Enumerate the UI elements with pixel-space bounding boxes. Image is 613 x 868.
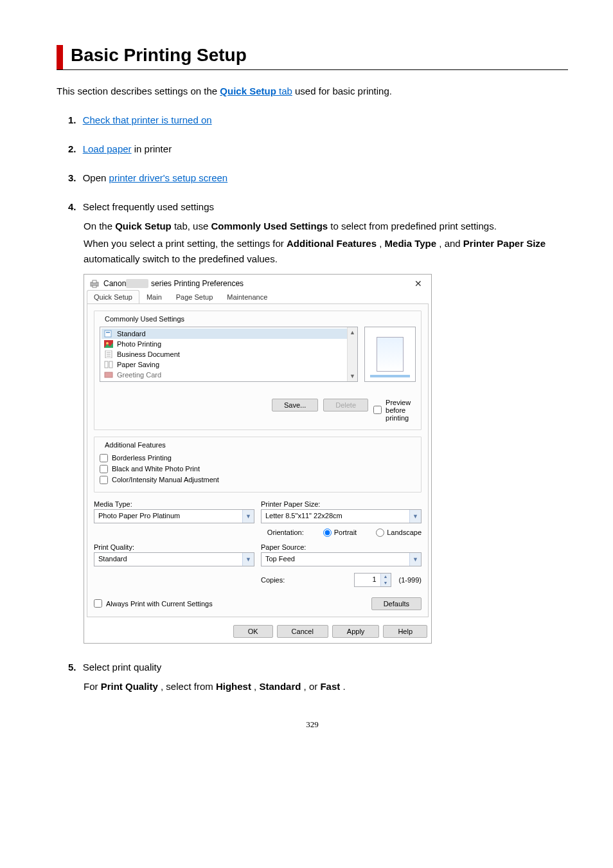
always-print-label: Always Print with Current Settings (106, 600, 213, 608)
chevron-down-icon[interactable]: ▼ (409, 553, 421, 566)
svg-rect-13 (105, 372, 112, 377)
preview-before-printing-checkbox[interactable] (373, 406, 382, 414)
paper-source-value: Top Feed (262, 553, 409, 566)
media-type-value: Photo Paper Pro Platinum (94, 510, 242, 523)
load-paper-link[interactable]: Load paper (83, 143, 132, 154)
landscape-label: Landscape (387, 529, 422, 536)
text-bold: Print Quality (101, 681, 158, 692)
step-4-body: On the Quick Setup tab, use Commonly Use… (68, 219, 568, 266)
chevron-down-icon[interactable]: ▼ (242, 553, 254, 566)
chevron-down-icon[interactable]: ▼ (409, 510, 421, 523)
save-button[interactable]: Save... (272, 399, 318, 411)
step-number: 5. (68, 662, 76, 673)
tab-page-setup[interactable]: Page Setup (169, 290, 220, 303)
svg-rect-4 (106, 332, 110, 333)
page-number: 329 (57, 719, 568, 730)
text-bold: Highest (216, 681, 251, 692)
text-bold: Printer Paper Size (463, 238, 546, 249)
delete-button[interactable]: Delete (323, 399, 368, 411)
paper-size-dropdown[interactable]: Letter 8.5"x11" 22x28cm ▼ (261, 509, 422, 523)
text: , (379, 238, 384, 249)
orientation-label: Orientation: (267, 529, 304, 536)
tab-main[interactable]: Main (139, 290, 169, 303)
borderless-printing-checkbox[interactable] (100, 454, 108, 462)
title-suffix: series Printing Preferences (151, 279, 244, 288)
checkbox-label: Borderless Printing (112, 454, 172, 462)
additional-features-legend: Additional Features (102, 441, 168, 449)
print-quality-dropdown[interactable]: Standard ▼ (94, 552, 254, 566)
color-intensity-checkbox[interactable] (100, 476, 108, 484)
text: , select from (161, 681, 216, 692)
list-item-label: Paper Saving (117, 361, 159, 368)
spinner-down-icon[interactable]: ▼ (381, 580, 391, 586)
printing-preferences-dialog: Canon .. series Printing Preferences ✕ Q… (84, 274, 432, 644)
checkbox-label: Black and White Photo Print (112, 465, 200, 473)
text-bold: Additional Features (287, 238, 377, 249)
text-bold: Media Type (385, 238, 437, 249)
quick-setup-tab-link[interactable]: Quick Setup tab (220, 86, 292, 96)
copies-spinner[interactable]: 1 ▲ ▼ (354, 573, 391, 587)
driver-setup-screen-link[interactable]: printer driver's setup screen (109, 172, 228, 183)
commonly-used-settings-group: Commonly Used Settings Standard (94, 311, 422, 430)
bw-photo-print-checkbox[interactable] (100, 465, 108, 473)
cancel-button[interactable]: Cancel (277, 625, 328, 638)
text-bold: Fast (320, 681, 340, 692)
svg-rect-2 (93, 285, 96, 287)
svg-rect-12 (109, 361, 112, 368)
title-canon: Canon (103, 279, 126, 288)
tab-quick-setup[interactable]: Quick Setup (87, 290, 139, 303)
text-bold: Commonly Used Settings (211, 221, 328, 231)
portrait-radio[interactable] (323, 529, 332, 537)
text: When you select a print setting, the set… (84, 238, 287, 249)
standard-icon (104, 330, 113, 338)
ok-button[interactable]: OK (233, 625, 273, 638)
check-printer-on-link[interactable]: Check that printer is turned on (83, 114, 212, 125)
scroll-up-icon[interactable]: ▲ (348, 327, 357, 338)
paper-size-label: Printer Paper Size: (261, 500, 422, 508)
title-accent-bar (57, 45, 63, 69)
commonly-used-listbox[interactable]: Standard Photo Printing Business Documen… (100, 327, 358, 382)
scrollbar[interactable]: ▲ ▼ (347, 327, 357, 381)
close-icon[interactable]: ✕ (411, 278, 426, 289)
paper-source-dropdown[interactable]: Top Feed ▼ (261, 552, 422, 566)
step-number: 4. (68, 201, 76, 212)
help-button[interactable]: Help (383, 625, 427, 638)
document-icon (104, 350, 113, 358)
list-item-label: Business Document (117, 350, 180, 358)
chevron-down-icon[interactable]: ▼ (242, 510, 254, 523)
copies-range: (1-999) (399, 576, 422, 584)
apply-button[interactable]: Apply (332, 625, 380, 638)
preview-before-printing-label: Preview before printing (386, 399, 416, 422)
text: For (84, 681, 101, 692)
step-4: 4. Select frequently used settings (68, 201, 568, 212)
title-model-blur: .. (126, 279, 148, 288)
title-section: Basic Printing Setup (57, 45, 568, 70)
defaults-button[interactable]: Defaults (371, 597, 422, 610)
media-type-dropdown[interactable]: Photo Paper Pro Platinum ▼ (94, 509, 254, 523)
spinner-up-icon[interactable]: ▲ (381, 574, 391, 580)
media-type-label: Media Type: (94, 500, 254, 508)
text: . (342, 681, 345, 692)
step-3-prefix: Open (83, 172, 109, 183)
svg-rect-3 (105, 330, 111, 337)
print-quality-label: Print Quality: (94, 543, 254, 551)
step-4-title: Select frequently used settings (83, 201, 214, 212)
scroll-down-icon[interactable]: ▼ (348, 371, 357, 381)
text: automatically switch to the predefined v… (84, 253, 278, 264)
portrait-label: Portrait (334, 529, 357, 536)
step-2-suffix: in printer (134, 143, 172, 154)
step-number: 2. (68, 143, 76, 154)
landscape-radio[interactable] (376, 529, 384, 537)
page-title: Basic Printing Setup (71, 45, 247, 66)
intro-paragraph: This section describes settings on the Q… (57, 86, 568, 96)
text: to select from predefined print settings… (330, 221, 496, 231)
list-item: Photo Printing (102, 339, 356, 349)
additional-features-group: Additional Features Borderless Printing … (94, 437, 422, 493)
always-print-checkbox[interactable] (94, 599, 102, 608)
list-item-label: Greeting Card (117, 371, 161, 379)
tab-maintenance[interactable]: Maintenance (220, 290, 274, 303)
step-2: 2. Load paper in printer (68, 143, 568, 154)
text: tab, use (174, 221, 211, 231)
step-1: 1. Check that printer is turned on (68, 114, 568, 125)
list-item: Standard (102, 329, 356, 339)
